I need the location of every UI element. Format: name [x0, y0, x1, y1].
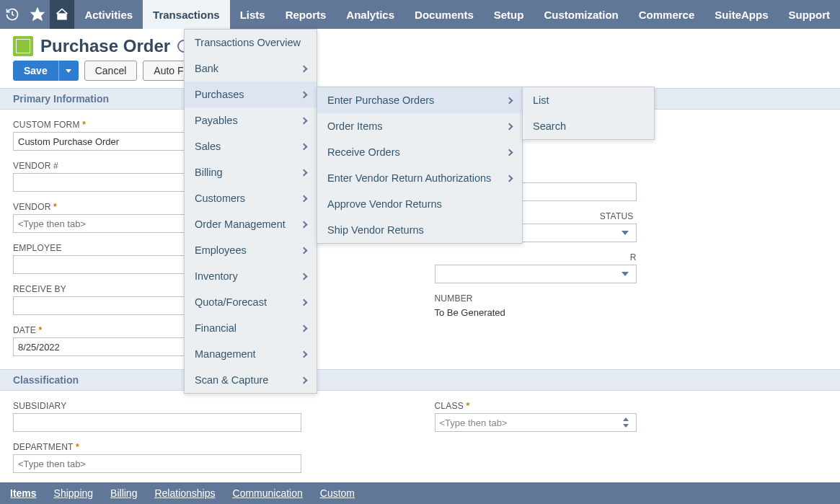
- home-icon[interactable]: [50, 0, 74, 29]
- chevron-right-icon: [506, 123, 513, 130]
- tab-items[interactable]: Items: [10, 487, 37, 499]
- menu-purchases-receive-orders[interactable]: Receive Orders: [317, 139, 522, 165]
- chevron-right-icon: [301, 117, 308, 124]
- page-header: Purchase Order: [0, 29, 840, 61]
- chevron-right-icon: [301, 324, 308, 332]
- menu-transactions-inventory[interactable]: Inventory: [185, 263, 317, 289]
- menu-purchases: Enter Purchase OrdersOrder ItemsReceive …: [317, 87, 523, 244]
- nav-item-suiteapps[interactable]: SuiteApps: [704, 0, 778, 29]
- select-class[interactable]: <Type then tab>: [435, 413, 637, 432]
- menu-item-label: Enter Vendor Return Authorizations: [327, 172, 491, 184]
- menu-po-search[interactable]: Search: [523, 113, 654, 139]
- nav-item-analytics[interactable]: Analytics: [336, 0, 404, 29]
- menu-transactions-purchases[interactable]: Purchases: [185, 81, 317, 107]
- menu-item-label: Receive Orders: [327, 146, 400, 158]
- chevron-right-icon: [301, 65, 308, 72]
- menu-item-label: Payables: [195, 115, 238, 126]
- nav-item-customization[interactable]: Customization: [534, 0, 628, 29]
- save-button[interactable]: Save: [13, 61, 58, 81]
- menu-item-label: Purchases: [195, 89, 244, 100]
- menu-transactions-transactions-overview[interactable]: Transactions Overview: [185, 30, 317, 56]
- value-number: To Be Generated: [435, 306, 723, 318]
- menu-item-label: Employees: [195, 244, 247, 256]
- page-type-icon: [13, 36, 33, 56]
- nav-item-support[interactable]: Support: [779, 0, 841, 29]
- nav-item-activities[interactable]: Activities: [74, 0, 143, 29]
- chevron-right-icon: [301, 143, 308, 150]
- tab-custom[interactable]: Custom: [320, 487, 355, 499]
- tab-billing[interactable]: Billing: [110, 487, 137, 499]
- menu-purchases-enter-purchase-orders[interactable]: Enter Purchase Orders: [317, 87, 522, 113]
- menu-transactions-sales[interactable]: Sales: [185, 133, 317, 159]
- bottom-tabs: ItemsShippingBillingRelationshipsCommuni…: [0, 482, 840, 504]
- menu-item-label: Enter Purchase Orders: [327, 94, 434, 106]
- save-dropdown-button[interactable]: [58, 61, 79, 81]
- action-bar: Save Cancel Auto Fill: [0, 61, 840, 88]
- menu-purchases-approve-vendor-returns[interactable]: Approve Vendor Returns: [317, 191, 522, 217]
- menu-item-label: List: [533, 94, 549, 106]
- select-class-value: <Type then tab>: [440, 417, 508, 428]
- chevron-right-icon: [301, 273, 308, 280]
- tab-shipping[interactable]: Shipping: [54, 487, 94, 499]
- nav-item-setup[interactable]: Setup: [484, 0, 534, 29]
- menu-item-label: Financial: [195, 322, 236, 334]
- menu-item-label: Customers: [195, 193, 245, 204]
- double-chevron-icon: [622, 417, 632, 428]
- menu-transactions-order-management[interactable]: Order Management: [185, 211, 317, 237]
- label-number: NUMBER: [435, 293, 723, 304]
- chevron-down-icon: [66, 69, 71, 73]
- menu-item-label: Order Items: [327, 120, 383, 132]
- menu-transactions-payables[interactable]: Payables: [185, 107, 317, 133]
- menu-purchases-enter-vendor-return-authorizations[interactable]: Enter Vendor Return Authorizations: [317, 165, 522, 191]
- nav-item-transactions[interactable]: Transactions: [143, 0, 230, 29]
- menu-purchases-order-items[interactable]: Order Items: [317, 113, 522, 139]
- star-icon[interactable]: [25, 0, 49, 29]
- menu-transactions-scan-capture[interactable]: Scan & Capture: [185, 367, 317, 393]
- nav-item-reports[interactable]: Reports: [275, 0, 337, 29]
- menu-transactions-employees[interactable]: Employees: [185, 237, 317, 263]
- menu-transactions: Transactions OverviewBankPurchasesPayabl…: [184, 29, 317, 394]
- menu-transactions-management[interactable]: Management: [185, 341, 317, 367]
- top-nav: ActivitiesTransactionsListsReportsAnalyt…: [0, 0, 840, 29]
- field-department: DEPARTMENT: [13, 442, 301, 473]
- svg-marker-0: [31, 9, 43, 20]
- cancel-button[interactable]: Cancel: [84, 61, 138, 81]
- history-icon[interactable]: [0, 0, 25, 29]
- input-subsidiary[interactable]: [13, 413, 301, 432]
- label-blank2: R: [435, 252, 637, 262]
- menu-transactions-bank[interactable]: Bank: [185, 56, 317, 81]
- menu-item-label: Order Management: [195, 218, 286, 230]
- field-subsidiary: SUBSIDIARY: [13, 401, 301, 432]
- save-button-group: Save: [13, 61, 79, 81]
- chevron-down-icon: [622, 272, 629, 276]
- menu-purchases-ship-vendor-returns[interactable]: Ship Vendor Returns: [317, 217, 522, 243]
- select-blank2[interactable]: [435, 265, 637, 283]
- tab-relationships[interactable]: Relationships: [154, 487, 215, 499]
- nav-item-documents[interactable]: Documents: [404, 0, 484, 29]
- chevron-right-icon: [301, 299, 308, 306]
- chevron-right-icon: [301, 350, 308, 358]
- menu-transactions-billing[interactable]: Billing: [185, 159, 317, 185]
- tab-communication[interactable]: Communication: [233, 487, 303, 499]
- menu-item-label: Billing: [195, 167, 223, 178]
- menu-item-label: Ship Vendor Returns: [327, 224, 424, 236]
- field-class: CLASS <Type then tab>: [435, 401, 637, 432]
- menu-item-label: Quota/Forecast: [195, 296, 267, 308]
- menu-po-list[interactable]: List: [523, 87, 654, 113]
- label-department: DEPARTMENT: [13, 442, 301, 452]
- chevron-right-icon: [301, 247, 308, 254]
- menu-transactions-customers[interactable]: Customers: [185, 185, 317, 211]
- chevron-right-icon: [301, 221, 308, 228]
- menu-item-label: Search: [533, 120, 566, 132]
- input-department[interactable]: [13, 454, 301, 473]
- menu-item-label: Sales: [195, 141, 221, 152]
- nav-item-lists[interactable]: Lists: [230, 0, 275, 29]
- menu-transactions-financial[interactable]: Financial: [185, 315, 317, 341]
- menu-item-label: Bank: [195, 63, 218, 74]
- menu-transactions-quota-forecast[interactable]: Quota/Forecast: [185, 289, 317, 315]
- nav-item-commerce[interactable]: Commerce: [629, 0, 705, 29]
- chevron-right-icon: [506, 149, 513, 156]
- menu-enter-po: ListSearch: [522, 87, 655, 140]
- field-number: NUMBER To Be Generated: [435, 293, 723, 318]
- menu-item-label: Scan & Capture: [195, 374, 268, 386]
